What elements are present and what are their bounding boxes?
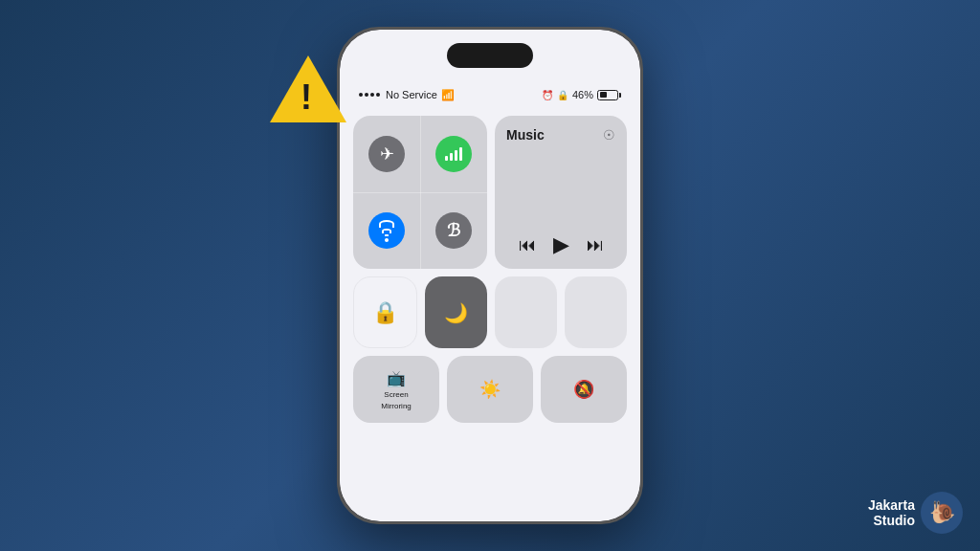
airplane-icon: ✈ <box>380 143 394 165</box>
cell-bar-3 <box>455 150 457 161</box>
triangle-shape: ! <box>270 55 346 122</box>
battery-tip <box>619 93 621 98</box>
wifi-arc-3 <box>385 234 389 236</box>
screen-mirroring-label2: Mirroring <box>381 402 412 410</box>
alarm-icon: ⏰ <box>542 90 553 100</box>
screen-mirroring-icon: 📺 <box>387 369 406 387</box>
empty-tile-1 <box>495 276 557 348</box>
signal-dot-3 <box>370 93 374 97</box>
wifi-arc-2 <box>382 229 391 233</box>
warning-exclamation: ! <box>301 80 312 115</box>
cell-bar-4 <box>459 147 462 161</box>
cell-bar-1 <box>445 156 448 161</box>
brightness-tile[interactable]: ☀️ <box>447 356 533 423</box>
music-controls: ⏮ ▶ ⏭ <box>506 232 615 257</box>
screen-lock-icon: 🔒 <box>372 300 398 325</box>
status-left: No Service 📶 <box>359 89 455 101</box>
wifi-button[interactable] <box>353 192 420 269</box>
airplane-circle: ✈ <box>368 136 405 172</box>
next-button[interactable]: ⏭ <box>587 235 604 255</box>
airplay-icon[interactable]: ☉ <box>603 127 615 143</box>
phone-wrapper: ! No Service 📶 ⏰ <box>337 27 643 524</box>
music-top: Music ☉ <box>506 127 615 143</box>
brightness-icon: ☀️ <box>479 379 501 400</box>
control-center: ✈ <box>353 116 627 512</box>
status-right: ⏰ 🔒 46% <box>542 89 621 100</box>
bluetooth-button[interactable]: ℬ <box>420 192 487 269</box>
dynamic-island <box>447 43 533 68</box>
silent-tile[interactable]: 🔕 <box>541 356 627 423</box>
status-bar: No Service 📶 ⏰ 🔒 46% <box>340 81 640 108</box>
music-widget[interactable]: Music ☉ ⏮ ▶ ⏭ <box>495 116 627 269</box>
battery-percent-label: 46% <box>572 89 593 100</box>
screen-lock-tile[interactable]: 🔒 <box>353 276 417 348</box>
signal-dots <box>359 93 380 97</box>
top-row: ✈ <box>353 116 627 269</box>
wifi-status-icon: 📶 <box>441 89 455 101</box>
battery-fill <box>600 92 608 98</box>
airplane-mode-button[interactable]: ✈ <box>353 116 420 192</box>
prev-button[interactable]: ⏮ <box>519 235 536 255</box>
watermark-line1: Jakarta <box>868 497 915 513</box>
warning-triangle: ! <box>270 55 346 122</box>
watermark: Jakarta Studio 🐌 <box>868 492 963 534</box>
watermark-text: Jakarta Studio <box>868 497 915 528</box>
no-service-label: No Service <box>386 89 437 100</box>
play-button[interactable]: ▶ <box>553 232 569 257</box>
connectivity-grid: ✈ <box>353 116 487 269</box>
rotation-icon: 🔒 <box>557 90 568 100</box>
screen-mirroring-tile[interactable]: 📺 Screen Mirroring <box>353 356 439 423</box>
snail-logo: 🐌 <box>921 492 963 534</box>
wifi-icon <box>379 220 394 242</box>
battery-body <box>597 90 618 100</box>
wifi-arc-1 <box>379 220 394 228</box>
bottom-row-1: 🔒 🌙 <box>353 276 627 348</box>
bottom-row-2: 📺 Screen Mirroring ☀️ 🔕 <box>353 356 627 423</box>
bluetooth-icon: ℬ <box>447 220 460 241</box>
silent-icon: 🔕 <box>573 379 594 400</box>
moon-icon: 🌙 <box>444 301 468 324</box>
signal-dot-1 <box>359 93 363 97</box>
cellular-button[interactable] <box>420 116 487 192</box>
signal-dot-2 <box>365 93 368 97</box>
signal-dot-4 <box>376 93 380 97</box>
music-label: Music <box>506 127 545 143</box>
phone-screen: No Service 📶 ⏰ 🔒 46% <box>340 30 640 521</box>
cellular-circle <box>435 136 472 172</box>
battery-icon <box>597 90 621 100</box>
snail-icon: 🐌 <box>929 500 955 525</box>
focus-mode-tile[interactable]: 🌙 <box>425 276 487 348</box>
cellular-bars-icon <box>445 147 462 161</box>
wifi-circle <box>368 212 405 249</box>
phone-body: No Service 📶 ⏰ 🔒 46% <box>337 27 643 524</box>
empty-tile-2 <box>565 276 627 348</box>
bluetooth-circle: ℬ <box>435 212 472 249</box>
watermark-line2: Studio <box>868 513 915 528</box>
cell-bar-2 <box>450 153 453 161</box>
screen-mirroring-label: Screen <box>384 390 408 399</box>
wifi-dot <box>385 238 389 242</box>
